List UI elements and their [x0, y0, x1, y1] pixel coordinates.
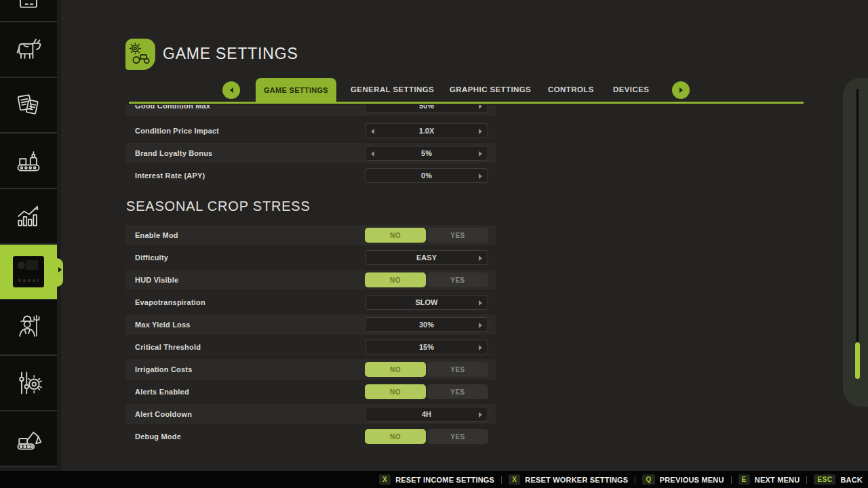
- sidebar-item-mod-settings[interactable]: [0, 245, 57, 300]
- statistics-icon: [14, 201, 43, 231]
- setting-label: Interest Rate (APY): [135, 171, 205, 180]
- tab-graphic-settings[interactable]: GRAPHIC SETTINGS: [450, 85, 531, 94]
- arrow-right-icon[interactable]: [479, 174, 482, 179]
- key-badge-e: E: [738, 474, 750, 485]
- toggle-enable-mod[interactable]: NO YES: [365, 228, 488, 243]
- toggle-yes-option[interactable]: YES: [427, 228, 488, 243]
- scrollbar-track[interactable]: [856, 89, 859, 379]
- stepper-value: EASY: [416, 253, 437, 262]
- toggle-yes-option[interactable]: YES: [427, 272, 488, 287]
- toggle-yes-option[interactable]: YES: [427, 384, 488, 399]
- sidebar-item-workers[interactable]: [0, 300, 57, 356]
- selected-notch-arrow-icon: [58, 267, 62, 272]
- mod-icon: [13, 256, 44, 287]
- stepper-brand-loyalty-bonus[interactable]: 5%: [365, 146, 488, 161]
- arrow-right-icon[interactable]: [479, 300, 482, 306]
- arrow-right-icon[interactable]: [479, 323, 482, 328]
- tab-bar: GAME SETTINGS GENERAL SETTINGS GRAPHIC S…: [129, 78, 804, 104]
- divider: [635, 476, 635, 484]
- setting-row: Alert Cooldown 4H: [125, 404, 496, 424]
- setting-row: Interest Rate (APY) 0%: [125, 165, 496, 186]
- action-label: RESET WORKER SETTINGS: [525, 476, 628, 484]
- setting-row: Enable Mod NO YES: [125, 225, 496, 245]
- excavator-icon: [14, 424, 43, 453]
- arrow-left-icon[interactable]: [371, 151, 374, 157]
- arrow-right-icon[interactable]: [479, 105, 482, 109]
- reset-income-settings-action[interactable]: X RESET INCOME SETTINGS: [379, 474, 494, 485]
- arrow-right-icon[interactable]: [479, 256, 482, 261]
- sidebar-item-production[interactable]: [0, 134, 57, 189]
- section-title: SEASONAL CROP STRESS: [126, 198, 496, 214]
- sidebar-item-animals[interactable]: [0, 22, 57, 78]
- arrow-right-icon[interactable]: [479, 151, 482, 157]
- setting-row: Debug Mode NO YES: [125, 426, 496, 447]
- tabs-prev-button[interactable]: [222, 81, 240, 99]
- tuning-icon: [14, 368, 43, 398]
- key-badge-esc: ESC: [814, 474, 835, 485]
- setting-row: Difficulty EASY: [125, 247, 496, 268]
- stepper-condition-price-impact[interactable]: 1.0X: [365, 123, 488, 138]
- stepper-value: 4H: [422, 410, 431, 418]
- next-menu-action[interactable]: E NEXT MENU: [738, 474, 800, 485]
- setting-row: Irrigation Costs NO YES: [125, 359, 496, 380]
- setting-label: Condition Price Impact: [135, 127, 219, 135]
- tab-general-settings[interactable]: GENERAL SETTINGS: [351, 85, 434, 94]
- toggle-no-option[interactable]: NO: [365, 272, 426, 287]
- production-icon: [14, 146, 43, 176]
- toggle-no-option[interactable]: NO: [365, 429, 426, 444]
- stepper-difficulty[interactable]: EASY: [365, 250, 488, 265]
- toggle-yes-option[interactable]: YES: [427, 429, 488, 444]
- farmer-icon: [14, 312, 43, 342]
- setting-row: Evapotranspiration SLOW: [125, 292, 496, 312]
- toggle-no-option[interactable]: NO: [365, 362, 426, 377]
- stepper-evapotranspiration[interactable]: SLOW: [365, 295, 488, 310]
- arrow-right-icon[interactable]: [479, 129, 482, 134]
- settings-scroll-area[interactable]: Good Condition Max 50% Condition Price I…: [125, 105, 496, 468]
- previous-menu-action[interactable]: Q PREVIOUS MENU: [642, 474, 724, 485]
- arrow-right-icon[interactable]: [479, 412, 482, 418]
- stepper-good-condition-max[interactable]: 50%: [365, 105, 488, 113]
- setting-label: Debug Mode: [135, 432, 181, 441]
- tab-devices[interactable]: DEVICES: [613, 85, 649, 94]
- toggle-debug-mode[interactable]: NO YES: [365, 429, 488, 444]
- setting-label: HUD Visible: [135, 276, 178, 284]
- arrow-right-icon[interactable]: [479, 345, 482, 350]
- toggle-yes-option[interactable]: YES: [427, 362, 488, 377]
- toggle-alerts-enabled[interactable]: NO YES: [365, 384, 488, 399]
- setting-row: Condition Price Impact 1.0X: [125, 121, 496, 141]
- action-label: BACK: [840, 476, 863, 484]
- setting-row: Critical Threshold 15%: [125, 337, 496, 357]
- sidebar-item-settings[interactable]: [0, 356, 57, 411]
- stepper-value: 30%: [419, 321, 434, 329]
- toggle-hud-visible[interactable]: NO YES: [365, 272, 488, 287]
- stepper-critical-threshold[interactable]: 15%: [365, 340, 488, 354]
- tab-game-settings[interactable]: GAME SETTINGS: [256, 78, 336, 102]
- setting-row: Max Yield Loss 30%: [125, 314, 496, 335]
- stepper-max-yield-loss[interactable]: 30%: [365, 317, 488, 332]
- toggle-irrigation-costs[interactable]: NO YES: [365, 362, 488, 377]
- reset-worker-settings-action[interactable]: X RESET WORKER SETTINGS: [509, 474, 628, 485]
- stepper-interest-rate[interactable]: 0%: [365, 168, 488, 183]
- stepper-value: 1.0X: [419, 127, 435, 135]
- back-action[interactable]: ESC BACK: [814, 474, 863, 485]
- toggle-no-option[interactable]: NO: [365, 228, 426, 243]
- key-badge-q: Q: [642, 474, 654, 485]
- sidebar-item-contracts[interactable]: [0, 78, 57, 134]
- key-badge-x: X: [379, 474, 391, 485]
- setting-label: Enable Mod: [135, 231, 178, 239]
- setting-label: Critical Threshold: [135, 343, 201, 351]
- scrollbar-thumb[interactable]: [855, 342, 860, 379]
- toggle-no-option[interactable]: NO: [365, 384, 426, 399]
- setting-row: Good Condition Max 50%: [125, 105, 496, 116]
- stepper-alert-cooldown[interactable]: 4H: [365, 407, 488, 422]
- tabs-next-button[interactable]: [672, 81, 690, 99]
- sidebar-item-construction[interactable]: [0, 411, 57, 467]
- key-badge-x: X: [509, 474, 520, 485]
- sidebar-item-screen[interactable]: [0, 0, 57, 22]
- setting-row: Brand Loyalty Bonus 5%: [125, 143, 496, 163]
- action-label: NEXT MENU: [755, 476, 800, 484]
- sidebar-item-statistics[interactable]: [0, 189, 57, 245]
- tab-controls[interactable]: CONTROLS: [548, 85, 594, 94]
- arrow-left-icon[interactable]: [371, 129, 374, 134]
- setting-row: HUD Visible NO YES: [125, 270, 496, 290]
